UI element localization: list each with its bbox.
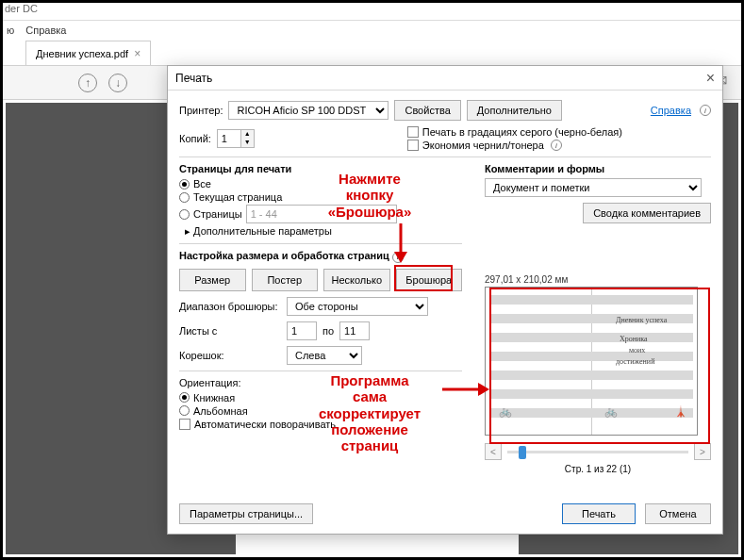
- dialog-title: Печать: [175, 72, 212, 85]
- print-preview: Дневник успеха Хроника моих достижений 🚲…: [485, 287, 698, 436]
- page-setup-button[interactable]: Параметры страницы...: [179, 503, 313, 524]
- app-title-bar: der DC: [3, 3, 741, 21]
- booklet-tab-button[interactable]: Брошюра: [396, 269, 463, 291]
- menu-item[interactable]: ю: [7, 25, 14, 36]
- sheets-label: Листы с: [179, 325, 281, 337]
- preview-text: Дневник успеха: [616, 316, 667, 324]
- dialog-titlebar: Печать ×: [168, 66, 722, 91]
- comments-group-title: Комментарии и формы: [485, 163, 711, 174]
- copies-label: Копий:: [179, 133, 211, 144]
- print-dialog: Печать × Принтер: RICOH Aficio SP 100 DD…: [167, 65, 723, 535]
- pages-group-title: Страницы для печати: [179, 163, 462, 174]
- info-icon[interactable]: i: [392, 252, 404, 263]
- close-icon[interactable]: ×: [706, 70, 715, 87]
- cancel-button[interactable]: Отмена: [645, 503, 711, 524]
- radio-all-pages[interactable]: Все: [179, 178, 462, 189]
- menu-item-help[interactable]: Справка: [25, 25, 66, 36]
- close-icon[interactable]: ×: [134, 47, 141, 60]
- up-arrow-icon[interactable]: ↑: [78, 74, 97, 92]
- multiple-tab-button[interactable]: Несколько: [323, 269, 390, 291]
- bicycle-icon: 🚲: [604, 405, 618, 418]
- sheets-to-input[interactable]: [339, 321, 370, 340]
- tower-icon: 🗼: [674, 405, 687, 418]
- preview-text: моих: [629, 346, 645, 354]
- booklet-range-label: Диапазон брошюры:: [179, 301, 281, 312]
- printer-select[interactable]: RICOH Aficio SP 100 DDST: [228, 101, 389, 120]
- preview-zoom-slider: < >: [485, 443, 711, 460]
- screenshot-frame: der DC ю Справка Дневник успеха.pdf × ↑ …: [0, 0, 744, 560]
- preview-page-caption: Стр. 1 из 22 (1): [485, 464, 711, 474]
- sheets-to-label: по: [322, 325, 334, 337]
- bicycle-icon: 🚲: [499, 405, 512, 418]
- next-page-button[interactable]: >: [694, 443, 711, 460]
- properties-button[interactable]: Свойства: [394, 100, 460, 121]
- size-handling-title: Настройка размера и обработка страницi: [179, 250, 462, 263]
- size-tabs: Размер Постер Несколько Брошюра: [179, 269, 462, 291]
- comments-select[interactable]: Документ и пометки: [485, 178, 702, 197]
- comments-summary-button[interactable]: Сводка комментариев: [583, 203, 711, 223]
- printer-label: Принтер:: [179, 105, 223, 116]
- print-button[interactable]: Печать: [562, 503, 636, 524]
- preview-text: достижений: [616, 357, 654, 366]
- grayscale-checkbox[interactable]: Печать в градациях серого (черно-белая): [407, 126, 622, 138]
- advanced-button[interactable]: Дополнительно: [467, 100, 562, 121]
- down-arrow-icon[interactable]: ↓: [108, 74, 127, 92]
- binding-select[interactable]: Слева: [287, 346, 362, 365]
- save-ink-checkbox[interactable]: Экономия чернил/тонераi: [407, 140, 622, 151]
- page-range-input[interactable]: [246, 205, 397, 223]
- more-options-toggle[interactable]: ▸ Дополнительные параметры: [185, 225, 462, 238]
- info-icon[interactable]: i: [700, 105, 711, 116]
- preview-dimensions: 297,01 x 210,02 мм: [485, 274, 711, 285]
- radio-page-range[interactable]: Страницы: [179, 205, 462, 223]
- radio-current-page[interactable]: Текущая страница: [179, 191, 462, 203]
- document-tab[interactable]: Дневник успеха.pdf ×: [25, 41, 151, 65]
- prev-page-button[interactable]: <: [485, 443, 502, 460]
- dialog-footer: Параметры страницы... Печать Отмена: [179, 503, 711, 524]
- orientation-title: Ориентация:: [179, 377, 462, 388]
- preview-text: Хроника: [620, 335, 648, 343]
- app-title: der DC: [5, 3, 38, 14]
- document-tabstrip: Дневник успеха.pdf ×: [3, 40, 741, 66]
- radio-portrait[interactable]: Книжная: [179, 392, 462, 404]
- size-tab-button[interactable]: Размер: [179, 269, 246, 291]
- menu-bar: ю Справка: [3, 21, 741, 40]
- zoom-track[interactable]: [507, 451, 688, 453]
- zoom-thumb[interactable]: [519, 446, 526, 459]
- autorotate-checkbox[interactable]: Автоматически поворачивать: [179, 419, 462, 430]
- poster-tab-button[interactable]: Постер: [252, 269, 319, 291]
- radio-landscape[interactable]: Альбомная: [179, 405, 462, 417]
- sheets-from-input[interactable]: [287, 321, 317, 340]
- binding-label: Корешок:: [179, 350, 281, 361]
- info-icon[interactable]: i: [551, 140, 562, 151]
- tab-label: Дневник успеха.pdf: [36, 48, 128, 59]
- booklet-range-select[interactable]: Обе стороны: [287, 297, 428, 316]
- copies-input[interactable]: [217, 129, 241, 148]
- copies-stepper[interactable]: ▲▼: [217, 129, 255, 148]
- help-link[interactable]: Справка: [651, 105, 691, 116]
